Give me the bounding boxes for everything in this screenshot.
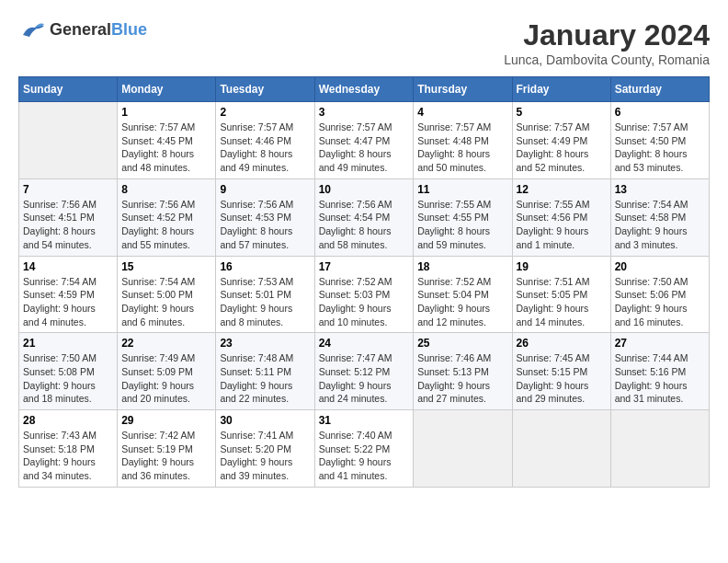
day-number: 28: [23, 414, 113, 427]
calendar-header-row: SundayMondayTuesdayWednesdayThursdayFrid…: [19, 77, 710, 102]
weekday-header: Saturday: [610, 77, 709, 102]
day-info: Sunrise: 7:47 AMSunset: 5:12 PMDaylight:…: [319, 351, 410, 406]
calendar-cell: 4Sunrise: 7:57 AMSunset: 4:48 PMDaylight…: [414, 102, 512, 179]
day-number: 8: [121, 183, 211, 196]
day-info: Sunrise: 7:56 AMSunset: 4:52 PMDaylight:…: [121, 198, 211, 252]
day-number: 2: [220, 106, 310, 119]
calendar-cell: [610, 410, 709, 488]
day-number: 22: [121, 337, 211, 350]
calendar-cell: [512, 410, 610, 488]
day-number: 27: [615, 337, 705, 350]
page-header: GeneralBlue January 2024 Lunca, Dambovit…: [18, 18, 710, 67]
day-info: Sunrise: 7:57 AMSunset: 4:45 PMDaylight:…: [121, 121, 211, 175]
day-info: Sunrise: 7:54 AMSunset: 4:59 PMDaylight:…: [23, 275, 113, 329]
day-number: 21: [23, 337, 113, 350]
weekday-header: Thursday: [414, 77, 512, 102]
calendar-cell: 5Sunrise: 7:57 AMSunset: 4:49 PMDaylight…: [512, 102, 610, 179]
logo-text: GeneralBlue: [50, 20, 147, 40]
calendar-cell: 30Sunrise: 7:41 AMSunset: 5:20 PMDayligh…: [216, 410, 314, 488]
calendar-table: SundayMondayTuesdayWednesdayThursdayFrid…: [18, 76, 710, 488]
day-info: Sunrise: 7:57 AMSunset: 4:46 PMDaylight:…: [220, 121, 310, 175]
calendar-cell: 6Sunrise: 7:57 AMSunset: 4:50 PMDaylight…: [610, 102, 709, 179]
day-number: 12: [517, 183, 607, 196]
calendar-cell: [414, 410, 512, 488]
weekday-header: Sunday: [19, 77, 118, 102]
day-number: 10: [319, 183, 410, 196]
day-number: 30: [220, 414, 310, 427]
day-info: Sunrise: 7:46 AMSunset: 5:13 PMDaylight:…: [417, 351, 507, 406]
day-number: 17: [319, 260, 410, 273]
logo: GeneralBlue: [18, 18, 147, 40]
day-info: Sunrise: 7:57 AMSunset: 4:50 PMDaylight:…: [615, 121, 705, 175]
day-info: Sunrise: 7:44 AMSunset: 5:16 PMDaylight:…: [615, 351, 705, 406]
day-info: Sunrise: 7:51 AMSunset: 5:05 PMDaylight:…: [517, 275, 607, 329]
weekday-header: Wednesday: [314, 77, 414, 102]
calendar-week-row: 7Sunrise: 7:56 AMSunset: 4:51 PMDaylight…: [19, 178, 710, 256]
day-number: 20: [615, 260, 705, 273]
day-number: 14: [23, 260, 113, 273]
calendar-cell: 19Sunrise: 7:51 AMSunset: 5:05 PMDayligh…: [512, 256, 610, 333]
weekday-header: Tuesday: [216, 77, 314, 102]
calendar-cell: 12Sunrise: 7:55 AMSunset: 4:56 PMDayligh…: [512, 178, 610, 256]
day-number: 1: [121, 106, 211, 119]
day-number: 11: [417, 183, 507, 196]
calendar-cell: 23Sunrise: 7:48 AMSunset: 5:11 PMDayligh…: [216, 333, 314, 410]
calendar-cell: 21Sunrise: 7:50 AMSunset: 5:08 PMDayligh…: [19, 333, 118, 410]
day-number: 4: [417, 106, 507, 119]
day-number: 16: [220, 260, 310, 273]
calendar-cell: 15Sunrise: 7:54 AMSunset: 5:00 PMDayligh…: [118, 256, 216, 333]
day-number: 7: [23, 183, 113, 196]
title-block: January 2024 Lunca, Dambovita County, Ro…: [504, 18, 710, 67]
calendar-cell: 11Sunrise: 7:55 AMSunset: 4:55 PMDayligh…: [414, 178, 512, 256]
day-info: Sunrise: 7:56 AMSunset: 4:53 PMDaylight:…: [220, 198, 310, 252]
day-number: 3: [319, 106, 410, 119]
calendar-cell: 20Sunrise: 7:50 AMSunset: 5:06 PMDayligh…: [610, 256, 709, 333]
day-info: Sunrise: 7:48 AMSunset: 5:11 PMDaylight:…: [220, 351, 310, 406]
day-info: Sunrise: 7:57 AMSunset: 4:47 PMDaylight:…: [319, 121, 410, 175]
day-number: 25: [417, 337, 507, 350]
calendar-cell: 18Sunrise: 7:52 AMSunset: 5:04 PMDayligh…: [414, 256, 512, 333]
calendar-cell: 26Sunrise: 7:45 AMSunset: 5:15 PMDayligh…: [512, 333, 610, 410]
calendar-cell: 1Sunrise: 7:57 AMSunset: 4:45 PMDaylight…: [118, 102, 216, 179]
day-number: 9: [220, 183, 310, 196]
weekday-header: Monday: [118, 77, 216, 102]
calendar-cell: 25Sunrise: 7:46 AMSunset: 5:13 PMDayligh…: [414, 333, 512, 410]
day-number: 18: [417, 260, 507, 273]
calendar-week-row: 28Sunrise: 7:43 AMSunset: 5:18 PMDayligh…: [19, 410, 710, 488]
day-info: Sunrise: 7:57 AMSunset: 4:48 PMDaylight:…: [417, 121, 507, 175]
calendar-cell: 24Sunrise: 7:47 AMSunset: 5:12 PMDayligh…: [314, 333, 414, 410]
day-number: 13: [615, 183, 705, 196]
calendar-cell: 13Sunrise: 7:54 AMSunset: 4:58 PMDayligh…: [610, 178, 709, 256]
day-info: Sunrise: 7:56 AMSunset: 4:54 PMDaylight:…: [319, 198, 410, 252]
calendar-cell: 3Sunrise: 7:57 AMSunset: 4:47 PMDaylight…: [314, 102, 414, 179]
day-number: 24: [319, 337, 410, 350]
calendar-week-row: 14Sunrise: 7:54 AMSunset: 4:59 PMDayligh…: [19, 256, 710, 333]
calendar-week-row: 1Sunrise: 7:57 AMSunset: 4:45 PMDaylight…: [19, 102, 710, 179]
day-info: Sunrise: 7:41 AMSunset: 5:20 PMDaylight:…: [220, 429, 310, 483]
day-info: Sunrise: 7:49 AMSunset: 5:09 PMDaylight:…: [121, 351, 211, 406]
day-number: 23: [220, 337, 310, 350]
calendar-cell: 10Sunrise: 7:56 AMSunset: 4:54 PMDayligh…: [314, 178, 414, 256]
weekday-header: Friday: [512, 77, 610, 102]
day-info: Sunrise: 7:54 AMSunset: 5:00 PMDaylight:…: [121, 275, 211, 329]
calendar-cell: 22Sunrise: 7:49 AMSunset: 5:09 PMDayligh…: [118, 333, 216, 410]
day-info: Sunrise: 7:45 AMSunset: 5:15 PMDaylight:…: [517, 351, 607, 406]
day-info: Sunrise: 7:50 AMSunset: 5:08 PMDaylight:…: [23, 351, 113, 406]
calendar-cell: 17Sunrise: 7:52 AMSunset: 5:03 PMDayligh…: [314, 256, 414, 333]
day-info: Sunrise: 7:56 AMSunset: 4:51 PMDaylight:…: [23, 198, 113, 252]
day-number: 31: [319, 414, 410, 427]
calendar-cell: 28Sunrise: 7:43 AMSunset: 5:18 PMDayligh…: [19, 410, 118, 488]
calendar-cell: 31Sunrise: 7:40 AMSunset: 5:22 PMDayligh…: [314, 410, 414, 488]
calendar-cell: 16Sunrise: 7:53 AMSunset: 5:01 PMDayligh…: [216, 256, 314, 333]
calendar-cell: 8Sunrise: 7:56 AMSunset: 4:52 PMDaylight…: [118, 178, 216, 256]
calendar-cell: 14Sunrise: 7:54 AMSunset: 4:59 PMDayligh…: [19, 256, 118, 333]
day-info: Sunrise: 7:55 AMSunset: 4:55 PMDaylight:…: [417, 198, 507, 252]
day-info: Sunrise: 7:50 AMSunset: 5:06 PMDaylight:…: [615, 275, 705, 329]
day-info: Sunrise: 7:52 AMSunset: 5:04 PMDaylight:…: [417, 275, 507, 329]
day-number: 15: [121, 260, 211, 273]
day-info: Sunrise: 7:53 AMSunset: 5:01 PMDaylight:…: [220, 275, 310, 329]
day-info: Sunrise: 7:42 AMSunset: 5:19 PMDaylight:…: [121, 429, 211, 483]
calendar-cell: 9Sunrise: 7:56 AMSunset: 4:53 PMDaylight…: [216, 178, 314, 256]
calendar-cell: 29Sunrise: 7:42 AMSunset: 5:19 PMDayligh…: [118, 410, 216, 488]
day-number: 19: [517, 260, 607, 273]
